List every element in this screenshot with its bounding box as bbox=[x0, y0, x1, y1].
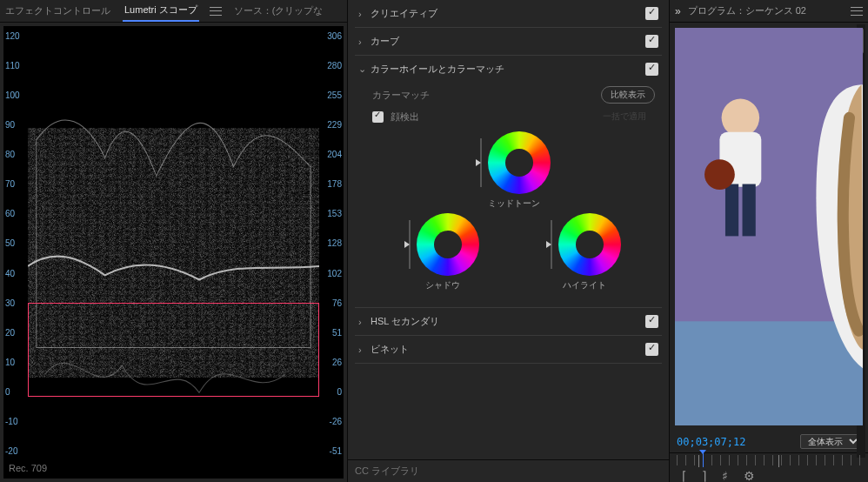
tab-cc-library[interactable]: CC ライブラリ bbox=[348, 459, 669, 482]
svg-rect-0 bbox=[28, 149, 319, 357]
settings-icon[interactable]: ⚙ bbox=[744, 469, 755, 482]
shadow-label: シャドウ bbox=[425, 279, 460, 291]
compare-button[interactable]: 比較表示 bbox=[601, 86, 655, 104]
section-creative[interactable]: › クリエイティブ bbox=[358, 7, 658, 20]
highlight-luma-slider[interactable] bbox=[548, 220, 555, 269]
scope-axis-left: 120 110 100 90 80 70 60 50 40 30 20 10 0… bbox=[5, 31, 30, 456]
playhead[interactable] bbox=[703, 453, 704, 467]
apply-button[interactable]: 一括で適用 bbox=[594, 109, 655, 124]
section-color-wheels[interactable]: ⌄ カラーホイールとカラーマッチ bbox=[358, 63, 658, 76]
svg-rect-2 bbox=[675, 321, 863, 425]
chevrons-icon[interactable]: » bbox=[675, 5, 681, 17]
tab-effect-controls[interactable]: エフェクトコントロール bbox=[3, 1, 112, 21]
shadow-wheel[interactable] bbox=[417, 213, 479, 276]
scope-axis-right: 306 280 255 229 204 178 153 128 102 76 5… bbox=[317, 31, 342, 456]
highlight-wheel[interactable] bbox=[558, 213, 621, 276]
panel-menu-icon[interactable] bbox=[210, 7, 222, 16]
section-curves[interactable]: › カーブ bbox=[358, 35, 658, 48]
lumetri-panel: › クリエイティブ › カーブ ⌄ カラーホイールとカラーマッチ bbox=[348, 0, 669, 459]
mark-in-icon[interactable]: ⌈ bbox=[682, 469, 686, 482]
toggle-hsl[interactable] bbox=[645, 315, 658, 328]
midtone-label: ミッドトーン bbox=[488, 197, 540, 210]
tab-source[interactable]: ソース：(クリップな bbox=[232, 1, 325, 21]
program-title: プログラム：シーケンス 02 bbox=[688, 4, 806, 17]
waveform-canvas bbox=[28, 31, 319, 456]
toggle-wheels[interactable] bbox=[645, 63, 658, 76]
face-detect-label: 顔検出 bbox=[391, 110, 419, 124]
mark-out-icon[interactable]: ⌉ bbox=[702, 469, 706, 482]
timeline-ruler[interactable]: ⌈ ⌉ ♯ ⚙ bbox=[670, 452, 868, 482]
fit-select[interactable]: 全体表示 bbox=[800, 434, 861, 449]
program-viewer[interactable] bbox=[675, 28, 863, 425]
midtone-wheel[interactable] bbox=[488, 131, 551, 194]
chevron-down-icon: ⌄ bbox=[358, 64, 365, 75]
color-match-label: カラーマッチ bbox=[372, 89, 430, 102]
timecode[interactable]: 00;03;07;12 bbox=[677, 436, 745, 448]
marker-icon[interactable]: ♯ bbox=[722, 469, 728, 482]
svg-rect-5 bbox=[725, 184, 738, 237]
midtone-luma-slider[interactable] bbox=[477, 138, 484, 187]
left-panel-tabs: エフェクトコントロール Lumetri スコープ ソース：(クリップな bbox=[0, 0, 347, 23]
chevron-right-icon: › bbox=[358, 9, 365, 19]
tab-lumetri-scope[interactable]: Lumetri スコープ bbox=[123, 0, 199, 22]
chevron-right-icon: › bbox=[358, 317, 365, 327]
svg-rect-6 bbox=[743, 184, 756, 237]
face-detect-checkbox[interactable] bbox=[372, 111, 384, 123]
svg-point-7 bbox=[704, 159, 735, 190]
shadow-luma-slider[interactable] bbox=[406, 220, 413, 269]
lumetri-scope: 120 110 100 90 80 70 60 50 40 30 20 10 0… bbox=[3, 26, 344, 479]
section-vignette[interactable]: › ビネット bbox=[358, 343, 658, 356]
highlight-label: ハイライト bbox=[563, 279, 606, 291]
chevron-right-icon: › bbox=[358, 37, 365, 47]
section-hsl[interactable]: › HSL セカンダリ bbox=[358, 315, 658, 328]
toggle-vignette[interactable] bbox=[645, 343, 658, 356]
toggle-curves[interactable] bbox=[645, 35, 658, 48]
rec-label: Rec. 709 bbox=[9, 463, 47, 473]
program-header: » プログラム：シーケンス 02 bbox=[670, 0, 868, 23]
chevron-right-icon: › bbox=[358, 345, 365, 355]
svg-point-3 bbox=[722, 99, 760, 137]
panel-menu-icon[interactable] bbox=[851, 7, 863, 16]
toggle-creative[interactable] bbox=[645, 7, 658, 20]
